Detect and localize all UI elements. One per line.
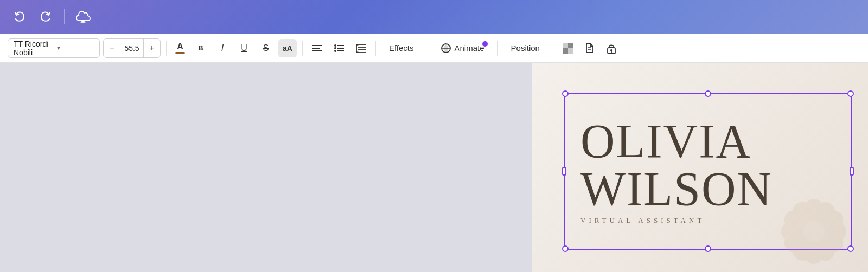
- font-family-value: TT Ricordi Nobili: [14, 40, 52, 57]
- animate-icon: [441, 43, 451, 54]
- effects-label: Effects: [389, 43, 414, 53]
- first-name-text: OLIVIA: [580, 118, 835, 165]
- position-button[interactable]: Position: [503, 39, 547, 57]
- aa-label: aA: [283, 44, 292, 53]
- copy-style-button[interactable]: [580, 39, 599, 57]
- redo-button[interactable]: [36, 7, 55, 27]
- position-label: Position: [511, 43, 540, 53]
- text-align-button[interactable]: [308, 39, 327, 57]
- toolbar-divider-1: [166, 41, 167, 56]
- font-color-a-label: A: [177, 42, 183, 51]
- left-canvas: [0, 63, 532, 272]
- transparency-button[interactable]: [559, 39, 577, 57]
- effects-button[interactable]: Effects: [381, 39, 422, 57]
- toolbar-divider-6: [553, 41, 553, 56]
- design-card[interactable]: OLIVIA WILSON VIRTUAL ASSISTANT: [532, 63, 868, 272]
- toolbar-divider-5: [497, 41, 498, 56]
- font-size-control: − +: [103, 38, 161, 58]
- toolbar-divider-4: [427, 41, 427, 56]
- list-icon: [334, 44, 344, 52]
- align-icon: [312, 44, 322, 52]
- strikethrough-button[interactable]: S: [257, 39, 275, 57]
- font-selector-chevron: ▼: [56, 45, 94, 51]
- animate-dot-indicator: [482, 41, 488, 47]
- bold-button[interactable]: B: [192, 39, 210, 57]
- svg-point-4: [334, 44, 336, 47]
- svg-point-24: [610, 49, 612, 51]
- copy-style-icon: [584, 43, 595, 54]
- text-case-button[interactable]: aA: [278, 39, 297, 57]
- font-size-input[interactable]: [120, 38, 144, 58]
- toolbar: TT Ricordi Nobili ▼ − + A B I U S aA: [0, 34, 868, 63]
- cloud-save-button[interactable]: [73, 7, 93, 27]
- toolbar-divider-3: [375, 41, 376, 56]
- strikethrough-label: S: [263, 43, 269, 53]
- svg-rect-19: [563, 48, 568, 54]
- transparency-icon: [563, 43, 573, 54]
- bold-label: B: [198, 44, 203, 52]
- font-color-swatch: [175, 52, 185, 54]
- undo-button[interactable]: [10, 7, 29, 27]
- animate-label: Animate: [455, 43, 484, 53]
- svg-point-6: [334, 47, 336, 49]
- font-color-button[interactable]: A: [172, 40, 188, 56]
- svg-rect-17: [563, 43, 568, 48]
- decorative-flower: [760, 191, 868, 272]
- spacing-icon: [356, 44, 366, 53]
- lock-button[interactable]: [602, 39, 621, 57]
- line-spacing-button[interactable]: [352, 39, 370, 57]
- canvas-area[interactable]: OLIVIA WILSON VIRTUAL ASSISTANT: [0, 63, 868, 272]
- topbar-divider: [64, 9, 65, 24]
- lock-icon: [607, 43, 616, 54]
- underline-label: U: [241, 43, 247, 53]
- italic-button[interactable]: I: [213, 39, 232, 57]
- font-family-selector[interactable]: TT Ricordi Nobili ▼: [8, 38, 100, 58]
- animate-button[interactable]: Animate: [433, 39, 492, 57]
- toolbar-divider-2: [302, 41, 303, 56]
- underline-button[interactable]: U: [235, 39, 253, 57]
- italic-label: I: [221, 43, 224, 53]
- font-size-decrease[interactable]: −: [104, 38, 120, 58]
- svg-point-8: [334, 50, 336, 52]
- svg-point-32: [803, 221, 825, 242]
- svg-rect-18: [568, 43, 573, 48]
- svg-rect-20: [568, 48, 573, 54]
- list-button[interactable]: [330, 39, 348, 57]
- font-size-increase[interactable]: +: [144, 38, 160, 58]
- top-bar: [0, 0, 868, 34]
